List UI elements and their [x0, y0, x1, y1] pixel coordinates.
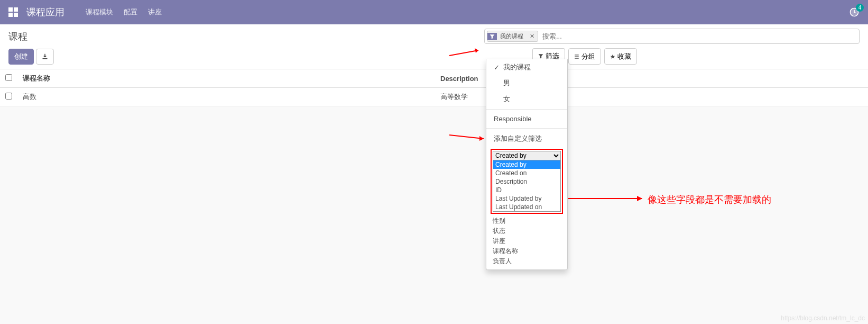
navbar-menu: 课程模块 配置 讲座 [86, 7, 162, 17]
download-icon [42, 53, 48, 60]
row-checkbox[interactable] [5, 93, 12, 100]
col-header-name[interactable]: 课程名称 [17, 69, 435, 88]
facet-label: 我的课程 [497, 31, 527, 41]
filter-icon [487, 33, 497, 40]
activity-count-badge: 4 [856, 4, 864, 12]
app-title: 课程应用 [26, 6, 64, 19]
nav-item-module[interactable]: 课程模块 [86, 7, 113, 17]
search-facet: 我的课程 ✕ [487, 31, 538, 42]
nav-item-config[interactable]: 配置 [124, 7, 137, 17]
activity-icon[interactable]: 4 [849, 7, 860, 17]
funnel-icon [538, 53, 543, 59]
list-icon [574, 54, 579, 59]
table-row[interactable]: 高数 高等数学 [0, 88, 868, 106]
group-button[interactable]: 分组 [568, 48, 601, 65]
nav-item-lecture[interactable]: 讲座 [148, 7, 162, 17]
list-view: 课程名称 Description 高数 高等数学 [0, 69, 868, 106]
apps-grid-icon[interactable] [8, 7, 18, 17]
breadcrumb: 课程 [8, 30, 484, 43]
filter-item-female[interactable]: 女 [486, 91, 567, 106]
filter-dropdown: ✓ 我的课程 男 女 Responsible 添加自定义筛选 Created b… [486, 59, 568, 106]
cell-name: 高数 [17, 88, 435, 106]
select-all-checkbox[interactable] [5, 74, 12, 81]
search-input[interactable] [540, 30, 857, 42]
control-panel: 课程 我的课程 ✕ 创建 筛选 分组 [0, 24, 868, 69]
top-navbar: 课程应用 课程模块 配置 讲座 4 [0, 0, 868, 24]
star-icon [610, 54, 615, 59]
favorite-button[interactable]: 收藏 [604, 48, 637, 65]
filter-item-my-courses[interactable]: ✓ 我的课程 [486, 59, 567, 75]
export-button[interactable] [36, 49, 54, 65]
search-box[interactable]: 我的课程 ✕ [484, 29, 860, 44]
check-icon: ✓ [494, 64, 500, 71]
create-button[interactable]: 创建 [8, 49, 34, 65]
filter-item-male[interactable]: 男 [486, 75, 567, 91]
facet-remove-icon[interactable]: ✕ [527, 32, 538, 41]
